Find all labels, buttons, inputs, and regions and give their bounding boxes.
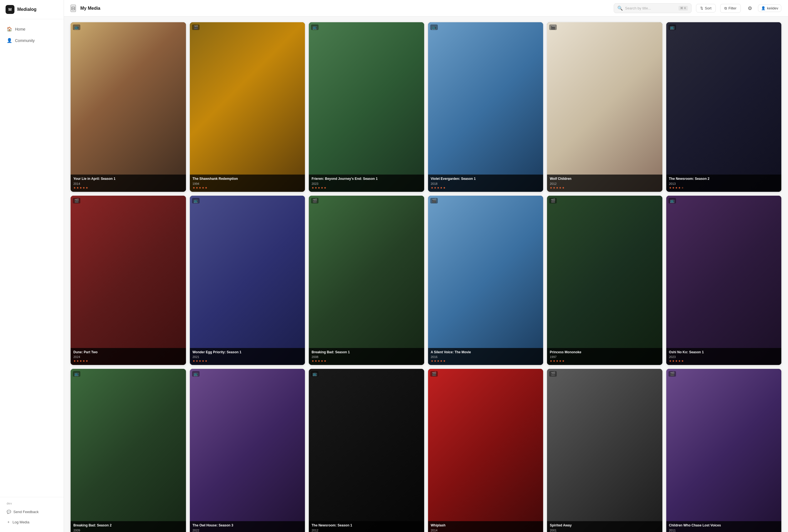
app-logo-icon: M [5,5,15,14]
media-grid-container: 📺 Your Lie in April: Season 1 2014 ★★★★★… [64,17,788,532]
card-poster: 🎬 A Silent Voice: The Movie 2016 ★★★★★ [428,196,544,365]
card-type-badge: 📺 [311,24,318,30]
media-card[interactable]: 📺 Frieren: Beyond Journey's End: Season … [309,22,424,192]
card-type-badge: 📺 [669,198,676,203]
star: ★ [440,359,442,362]
star: ★ [440,186,442,189]
user-menu-button[interactable]: 👤 keiidev [758,4,781,12]
log-label: Log Media [13,520,29,524]
card-stars: ★★★★★ [550,186,659,189]
sidebar-item-home[interactable]: 🏠 Home [3,24,60,35]
star: ★ [443,359,446,362]
app-name: Medialog [17,7,36,12]
card-title: Wonder Egg Priority: Season 1 [193,350,302,355]
media-card[interactable]: 📺 The Newsroom: Season 1 2012 ★★★★★ [309,369,424,532]
star: ★ [675,359,678,362]
card-year: 2012 [312,529,421,532]
star: ★ [553,186,555,189]
media-card[interactable]: 🎬 Children Who Chase Lost Voices 2011 ★★… [666,369,782,532]
card-info: The Newsroom: Season 2 2013 ★★★★★ [666,175,782,192]
media-card[interactable]: 📺 Oshi No Ko: Season 1 2023 ★★★★★ [666,196,782,365]
star: ★ [73,186,76,189]
card-background [428,196,544,365]
card-poster: 📺 The Owl House: Season 3 2022 ★★★★★ [190,369,305,532]
star: ★ [193,186,195,189]
card-background [547,369,662,532]
card-title: Violet Evergarden: Season 1 [431,177,540,181]
media-card[interactable]: 🎬 A Silent Voice: The Movie 2016 ★★★★★ [428,196,544,365]
card-year: 2009 [73,529,183,532]
card-info: Breaking Bad: Season 1 2008 ★★★★★ [309,348,424,365]
star: ★ [669,359,672,362]
media-card[interactable]: 📺 Your Lie in April: Season 1 2014 ★★★★★ [71,22,186,192]
media-card[interactable]: 📺 The Owl House: Season 3 2022 ★★★★★ [190,369,305,532]
card-year: 2023 [312,182,421,185]
card-year: 2022 [193,529,302,532]
star: ★ [431,359,433,362]
card-year: 2024 [73,355,183,358]
community-icon: 👤 [7,38,12,43]
search-input[interactable] [625,6,676,10]
card-type-badge: 🎬 [73,198,80,203]
media-card[interactable]: 🎬 Dune: Part Two 2024 ★★★★★ [71,196,186,365]
media-card[interactable]: 📺 Breaking Bad: Season 2 2009 ★★★★★ [71,369,186,532]
card-type-badge: 🎬 [430,198,438,203]
star: ★ [312,186,314,189]
star: ★ [559,186,562,189]
card-stars: ★★★★★ [193,359,302,362]
media-card[interactable]: 📺 Violet Evergarden: Season 1 2018 ★★★★★ [428,22,544,192]
sidebar-item-community[interactable]: 👤 Community [3,35,60,46]
media-card[interactable]: 🎬 Princess Mononoke 1997 ★★★★★ [547,196,662,365]
media-card[interactable]: 🎬 Spirited Away 2001 ★★★★★ [547,369,662,532]
media-card[interactable]: 🎬 Breaking Bad: Season 1 2008 ★★★★★ [309,196,424,365]
star: ★ [318,359,320,362]
media-card[interactable]: 📺 The Newsroom: Season 2 2013 ★★★★★ [666,22,782,192]
card-info: Oshi No Ko: Season 1 2023 ★★★★★ [666,348,782,365]
card-background [71,369,186,532]
card-info: Breaking Bad: Season 2 2009 ★★★★★ [71,521,186,532]
card-title: The Shawshank Redemption [193,177,302,181]
star: ★ [79,186,82,189]
card-year: 2016 [431,355,540,358]
card-poster: 📺 Frieren: Beyond Journey's End: Season … [309,22,424,192]
log-media-button[interactable]: ＋ Log Media [3,517,60,527]
card-info: Princess Mononoke 1997 ★★★★★ [547,348,662,365]
star: ★ [205,359,208,362]
card-background [309,196,424,365]
settings-button[interactable]: ⚙ [745,4,755,13]
card-title: Frieren: Beyond Journey's End: Season 1 [312,177,421,181]
log-icon: ＋ [7,519,10,525]
card-stars: ★★★★★ [431,186,540,189]
filter-button[interactable]: ⧉ Filter [720,4,741,13]
star: ★ [550,186,552,189]
media-card[interactable]: 🎬 The Shawshank Redemption 1994 ★★★★★ [190,22,305,192]
card-year: 2013 [669,182,779,185]
star: ★ [85,359,88,362]
card-background [190,369,305,532]
star: ★ [79,359,82,362]
star: ★ [321,186,323,189]
card-background [190,196,305,365]
card-title: The Newsroom: Season 2 [669,177,779,181]
sort-button[interactable]: ⇅ Sort [696,4,716,13]
media-card[interactable]: 🎬 Wolf Children 2012 ★★★★★ [547,22,662,192]
card-type-badge: 🎬 [549,371,557,377]
star: ★ [199,186,201,189]
card-title: Dune: Part Two [73,350,183,355]
card-title: The Newsroom: Season 1 [312,524,421,528]
card-year: 2021 [193,355,302,358]
menu-toggle-button[interactable]: ⊟ [71,5,76,12]
card-stars: ★★★★★ [431,359,540,362]
card-type-badge: 🎬 [669,371,676,377]
card-stars: ★★★★★ [550,359,659,362]
card-info: Violet Evergarden: Season 1 2018 ★★★★★ [428,175,544,192]
card-info: Spirited Away 2001 ★★★★★ [547,521,662,532]
send-feedback-button[interactable]: 💬 Send Feedback [3,507,60,516]
filter-label: Filter [729,6,736,10]
card-poster: 📺 Breaking Bad: Season 2 2009 ★★★★★ [71,369,186,532]
star: ★ [678,186,681,189]
card-poster: 🎬 Children Who Chase Lost Voices 2011 ★★… [666,369,782,532]
media-card[interactable]: 📺 Wonder Egg Priority: Season 1 2021 ★★★… [190,196,305,365]
card-year: 1994 [193,182,302,185]
media-card[interactable]: 🎬 Whiplash 2014 ★★★★★ [428,369,544,532]
